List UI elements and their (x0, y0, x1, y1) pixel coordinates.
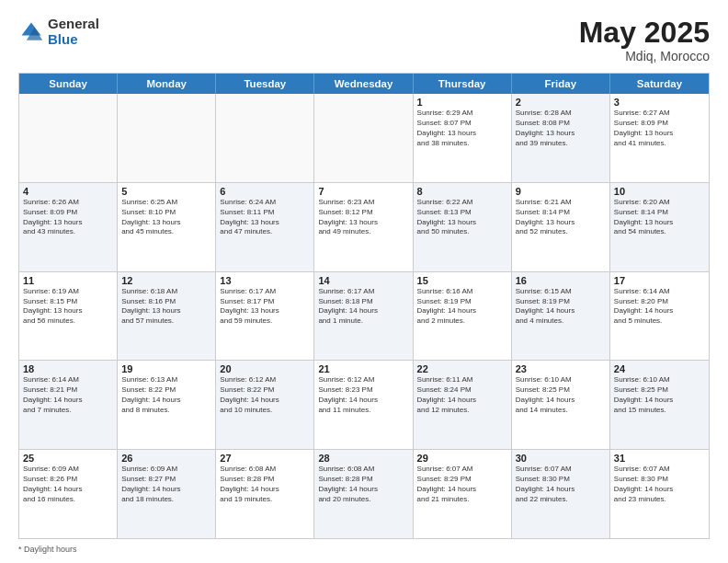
calendar-row: 4Sunrise: 6:26 AM Sunset: 8:09 PM Daylig… (19, 182, 709, 271)
logo-text: General Blue (48, 17, 99, 47)
calendar-cell: 13Sunrise: 6:17 AM Sunset: 8:17 PM Dayli… (216, 272, 314, 361)
day-number: 30 (516, 453, 606, 464)
day-info: Sunrise: 6:18 AM Sunset: 8:16 PM Dayligh… (121, 287, 211, 327)
day-info: Sunrise: 6:14 AM Sunset: 8:21 PM Dayligh… (23, 375, 113, 415)
calendar-cell: 27Sunrise: 6:08 AM Sunset: 8:28 PM Dayli… (216, 450, 314, 538)
day-info: Sunrise: 6:07 AM Sunset: 8:29 PM Dayligh… (417, 465, 507, 504)
day-info: Sunrise: 6:16 AM Sunset: 8:19 PM Dayligh… (417, 287, 507, 327)
day-info: Sunrise: 6:17 AM Sunset: 8:18 PM Dayligh… (318, 287, 408, 327)
day-number: 14 (318, 275, 408, 286)
day-info: Sunrise: 6:08 AM Sunset: 8:28 PM Dayligh… (220, 465, 310, 504)
calendar-cell: 6Sunrise: 6:24 AM Sunset: 8:11 PM Daylig… (216, 183, 314, 271)
calendar-cell: 3Sunrise: 6:27 AM Sunset: 8:09 PM Daylig… (610, 94, 709, 182)
calendar-cell: 2Sunrise: 6:28 AM Sunset: 8:08 PM Daylig… (512, 94, 610, 182)
day-number: 27 (220, 453, 310, 464)
calendar-cell: 17Sunrise: 6:14 AM Sunset: 8:20 PM Dayli… (610, 272, 709, 361)
calendar-cell: 20Sunrise: 6:12 AM Sunset: 8:22 PM Dayli… (216, 361, 314, 449)
day-info: Sunrise: 6:19 AM Sunset: 8:15 PM Dayligh… (23, 287, 113, 327)
day-number: 3 (614, 97, 705, 108)
calendar-header-row: SundayMondayTuesdayWednesdayThursdayFrid… (19, 74, 709, 94)
calendar-row: 25Sunrise: 6:09 AM Sunset: 8:26 PM Dayli… (19, 449, 709, 538)
day-number: 11 (23, 275, 113, 286)
day-info: Sunrise: 6:09 AM Sunset: 8:27 PM Dayligh… (121, 465, 211, 504)
day-number: 1 (417, 97, 507, 108)
calendar-cell: 18Sunrise: 6:14 AM Sunset: 8:21 PM Dayli… (19, 361, 118, 449)
day-info: Sunrise: 6:10 AM Sunset: 8:25 PM Dayligh… (614, 375, 705, 415)
day-number: 25 (23, 453, 113, 464)
calendar-header-cell: Tuesday (216, 74, 314, 94)
day-info: Sunrise: 6:13 AM Sunset: 8:22 PM Dayligh… (121, 375, 211, 415)
day-info: Sunrise: 6:26 AM Sunset: 8:09 PM Dayligh… (23, 198, 113, 237)
day-number: 8 (417, 186, 507, 197)
day-number: 2 (516, 97, 606, 108)
calendar-cell: 10Sunrise: 6:20 AM Sunset: 8:14 PM Dayli… (610, 183, 709, 271)
footnote-text: Daylight hours (24, 545, 77, 554)
calendar-cell: 11Sunrise: 6:19 AM Sunset: 8:15 PM Dayli… (19, 272, 118, 361)
calendar-cell: 31Sunrise: 6:07 AM Sunset: 8:30 PM Dayli… (610, 450, 709, 538)
day-info: Sunrise: 6:08 AM Sunset: 8:28 PM Dayligh… (318, 465, 408, 504)
day-number: 20 (220, 363, 310, 374)
day-info: Sunrise: 6:07 AM Sunset: 8:30 PM Dayligh… (516, 465, 606, 504)
day-info: Sunrise: 6:28 AM Sunset: 8:08 PM Dayligh… (516, 109, 606, 148)
day-info: Sunrise: 6:22 AM Sunset: 8:13 PM Dayligh… (417, 198, 507, 237)
title-month: May 2025 (579, 17, 710, 49)
calendar-row: 1Sunrise: 6:29 AM Sunset: 8:07 PM Daylig… (19, 94, 709, 182)
calendar-cell: 30Sunrise: 6:07 AM Sunset: 8:30 PM Dayli… (512, 450, 610, 538)
day-info: Sunrise: 6:17 AM Sunset: 8:17 PM Dayligh… (220, 287, 310, 327)
day-info: Sunrise: 6:12 AM Sunset: 8:23 PM Dayligh… (318, 375, 408, 415)
calendar-header-cell: Wednesday (314, 74, 413, 94)
logo-blue: Blue (48, 32, 99, 48)
day-info: Sunrise: 6:25 AM Sunset: 8:10 PM Dayligh… (121, 198, 211, 237)
calendar-cell (19, 94, 118, 182)
calendar-cell: 16Sunrise: 6:15 AM Sunset: 8:19 PM Dayli… (512, 272, 610, 361)
calendar-header-cell: Sunday (19, 74, 118, 94)
calendar-body: 1Sunrise: 6:29 AM Sunset: 8:07 PM Daylig… (19, 94, 709, 538)
day-info: Sunrise: 6:20 AM Sunset: 8:14 PM Dayligh… (614, 198, 705, 237)
day-info: Sunrise: 6:29 AM Sunset: 8:07 PM Dayligh… (417, 109, 507, 148)
day-info: Sunrise: 6:27 AM Sunset: 8:09 PM Dayligh… (614, 109, 705, 148)
day-number: 10 (614, 186, 705, 197)
calendar-cell: 9Sunrise: 6:21 AM Sunset: 8:14 PM Daylig… (512, 183, 610, 271)
calendar-cell: 21Sunrise: 6:12 AM Sunset: 8:23 PM Dayli… (314, 361, 413, 449)
day-number: 9 (516, 186, 606, 197)
day-info: Sunrise: 6:12 AM Sunset: 8:22 PM Dayligh… (220, 375, 310, 415)
calendar-cell: 7Sunrise: 6:23 AM Sunset: 8:12 PM Daylig… (314, 183, 413, 271)
calendar-cell: 12Sunrise: 6:18 AM Sunset: 8:16 PM Dayli… (118, 272, 216, 361)
calendar-cell (118, 94, 216, 182)
day-number: 28 (318, 453, 408, 464)
day-number: 21 (318, 363, 408, 374)
day-info: Sunrise: 6:14 AM Sunset: 8:20 PM Dayligh… (614, 287, 705, 327)
calendar-cell: 4Sunrise: 6:26 AM Sunset: 8:09 PM Daylig… (19, 183, 118, 271)
day-number: 7 (318, 186, 408, 197)
calendar-cell: 19Sunrise: 6:13 AM Sunset: 8:22 PM Dayli… (118, 361, 216, 449)
day-number: 26 (121, 453, 211, 464)
calendar-header-cell: Thursday (414, 74, 512, 94)
day-number: 24 (614, 363, 705, 374)
logo-icon (18, 19, 44, 45)
day-info: Sunrise: 6:23 AM Sunset: 8:12 PM Dayligh… (318, 198, 408, 237)
calendar-header-cell: Saturday (610, 74, 709, 94)
calendar-cell: 29Sunrise: 6:07 AM Sunset: 8:29 PM Dayli… (414, 450, 512, 538)
title-location: Mdiq, Morocco (579, 49, 710, 63)
calendar-cell (314, 94, 413, 182)
day-info: Sunrise: 6:10 AM Sunset: 8:25 PM Dayligh… (516, 375, 606, 415)
day-info: Sunrise: 6:07 AM Sunset: 8:30 PM Dayligh… (614, 465, 705, 504)
day-info: Sunrise: 6:15 AM Sunset: 8:19 PM Dayligh… (516, 287, 606, 327)
calendar-cell: 8Sunrise: 6:22 AM Sunset: 8:13 PM Daylig… (414, 183, 512, 271)
day-number: 12 (121, 275, 211, 286)
calendar-cell: 24Sunrise: 6:10 AM Sunset: 8:25 PM Dayli… (610, 361, 709, 449)
day-info: Sunrise: 6:24 AM Sunset: 8:11 PM Dayligh… (220, 198, 310, 237)
calendar-header-cell: Monday (118, 74, 216, 94)
day-info: Sunrise: 6:09 AM Sunset: 8:26 PM Dayligh… (23, 465, 113, 504)
title-block: May 2025 Mdiq, Morocco (579, 17, 710, 63)
day-number: 16 (516, 275, 606, 286)
calendar-header-cell: Friday (512, 74, 610, 94)
day-info: Sunrise: 6:21 AM Sunset: 8:14 PM Dayligh… (516, 198, 606, 237)
calendar-cell: 22Sunrise: 6:11 AM Sunset: 8:24 PM Dayli… (414, 361, 512, 449)
calendar-row: 11Sunrise: 6:19 AM Sunset: 8:15 PM Dayli… (19, 271, 709, 361)
day-number: 13 (220, 275, 310, 286)
header: General Blue May 2025 Mdiq, Morocco (18, 17, 710, 63)
day-info: Sunrise: 6:11 AM Sunset: 8:24 PM Dayligh… (417, 375, 507, 415)
day-number: 17 (614, 275, 705, 286)
footnote: * Daylight hours (18, 543, 710, 554)
